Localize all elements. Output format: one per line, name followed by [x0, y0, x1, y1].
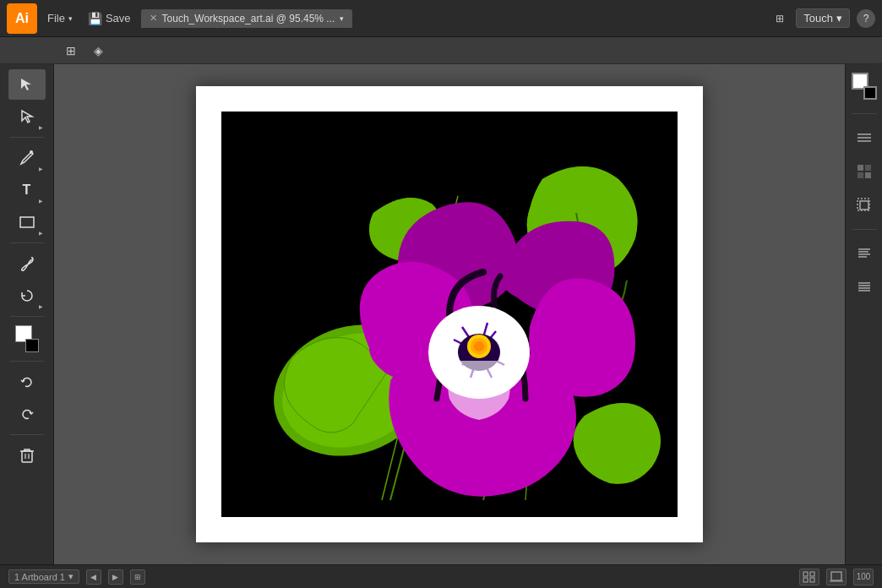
svg-rect-22	[865, 172, 871, 178]
tool-arrow-indicator-rect: ▶	[39, 230, 43, 236]
canvas-area[interactable]	[54, 64, 845, 564]
document-tab[interactable]: ✕ Touch_Workspace_art.ai @ 95.45% ... ▾	[141, 9, 353, 28]
prev-artboard-btn[interactable]: ◀	[86, 569, 101, 585]
ai-logo: Ai	[7, 3, 37, 34]
pen-tool[interactable]: ▶	[8, 143, 46, 173]
doc-tab-chevron: ▾	[340, 14, 344, 23]
delete-button[interactable]	[8, 440, 46, 471]
next-artboard-btn[interactable]: ▶	[108, 569, 123, 585]
toolbar-divider-5	[10, 434, 44, 435]
color-swatches[interactable]	[12, 325, 42, 352]
type-tool[interactable]: T ▶	[8, 175, 46, 205]
tool-arrow-indicator: ▶	[39, 124, 43, 130]
direct-selection-tool[interactable]: ▶	[8, 101, 46, 132]
properties-icon[interactable]: ⊞	[59, 39, 83, 63]
toolbar-divider-4	[10, 361, 44, 362]
stroke-color-swatch[interactable]	[863, 86, 877, 100]
pattern-panel-btn[interactable]	[851, 158, 878, 185]
align-panel-btn[interactable]	[851, 274, 878, 301]
file-menu-chevron: ▾	[68, 14, 73, 23]
svg-rect-37	[831, 572, 841, 580]
toolbar-divider-2	[10, 242, 44, 243]
appearance-icon[interactable]: ◈	[86, 39, 110, 63]
zoom-level[interactable]: 100	[853, 569, 874, 585]
save-button[interactable]: 💾 Save	[83, 8, 136, 29]
svg-rect-20	[865, 165, 871, 171]
artboard-chevron: ▾	[68, 571, 74, 582]
transform-panel-btn[interactable]	[851, 192, 878, 219]
menu-bar: Ai File ▾ 💾 Save ✕ Touch_Workspace_art.a…	[0, 0, 882, 37]
selection-tool[interactable]	[8, 69, 46, 100]
artboard-options-btn[interactable]: ⊞	[130, 569, 145, 585]
rotate-tool[interactable]: ▶	[8, 280, 46, 311]
redo-button[interactable]	[8, 399, 46, 429]
save-icon: 💾	[88, 12, 102, 25]
workspace-selector[interactable]: Touch ▾	[796, 8, 850, 28]
secondary-toolbar: ⊞ ◈	[0, 37, 882, 64]
svg-point-0	[30, 150, 33, 154]
help-button[interactable]: ?	[857, 9, 875, 28]
svg-rect-23	[858, 199, 869, 210]
left-toolbar: ▶ ▶ T ▶ ▶ ▶	[0, 64, 54, 564]
svg-rect-34	[810, 572, 814, 576]
type-icon: T	[23, 182, 31, 198]
svg-rect-19	[858, 165, 863, 171]
bottom-bar: 1 Artboard 1 ▾ ◀ ▶ ⊞ 100	[0, 564, 882, 588]
main-layout: ▶ ▶ T ▶ ▶ ▶	[0, 64, 882, 564]
flower-artwork	[221, 112, 678, 517]
file-menu[interactable]: File ▾	[42, 8, 78, 28]
svg-rect-33	[803, 572, 808, 576]
color-panel-icon[interactable]	[850, 73, 879, 100]
rectangle-tool[interactable]: ▶	[8, 207, 46, 237]
panel-divider-2	[852, 229, 877, 230]
grid-view-btn[interactable]	[799, 569, 819, 585]
svg-rect-35	[803, 578, 808, 582]
artboard-selector[interactable]: 1 Artboard 1 ▾	[8, 569, 79, 584]
background-swatch[interactable]	[25, 339, 39, 352]
bottom-right-controls: 100	[799, 569, 874, 585]
right-panel	[845, 64, 882, 564]
tool-arrow-indicator-pen: ▶	[39, 166, 43, 172]
svg-rect-36	[810, 578, 814, 582]
artboard-container	[196, 86, 703, 542]
layers-panel-btn[interactable]	[851, 240, 878, 267]
artwork	[221, 112, 678, 517]
tool-arrow-indicator-type: ▶	[39, 198, 43, 204]
tool-arrow-indicator-rotate: ▶	[39, 303, 43, 309]
arrange-icon: ⊞	[770, 9, 789, 28]
artboard-view-btn[interactable]	[826, 569, 847, 585]
toolbar-divider-3	[10, 316, 44, 317]
svg-rect-24	[860, 201, 868, 210]
properties-panel-btn[interactable]	[851, 124, 878, 151]
undo-button[interactable]	[8, 367, 46, 397]
svg-rect-2	[22, 451, 32, 462]
paintbrush-tool[interactable]	[8, 248, 46, 279]
svg-rect-1	[20, 217, 34, 227]
svg-rect-21	[858, 172, 863, 178]
tab-close-icon[interactable]: ✕	[150, 13, 157, 24]
panel-divider-1	[852, 113, 877, 114]
workspace-chevron: ▾	[836, 12, 842, 24]
svg-point-15	[474, 341, 484, 351]
toolbar-divider-1	[10, 137, 44, 138]
workspace-area: ⊞ Touch ▾ ?	[770, 8, 875, 28]
